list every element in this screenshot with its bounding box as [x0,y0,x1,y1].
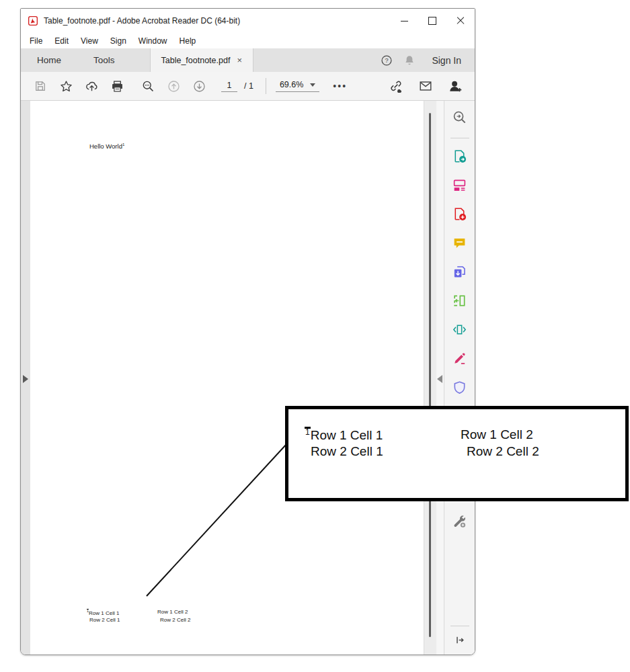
search-tool-icon [452,110,467,125]
page-total-label: / 1 [244,81,253,91]
open-tools-pane-button[interactable] [450,632,470,648]
menu-bar: File Edit View Sign Window Help [21,33,475,48]
tab-document[interactable]: Table_footnote.pdf × [150,48,253,72]
tab-document-label: Table_footnote.pdf [161,56,231,65]
help-icon: ? [380,54,393,67]
scrollbar-thumb[interactable] [429,113,431,637]
notifications-button[interactable] [399,50,420,71]
svg-text:?: ? [385,57,389,64]
maximize-icon [428,17,436,25]
share-upload-icon [85,79,99,93]
toolbar-divider [266,78,266,94]
send-mail-button[interactable] [413,75,438,97]
request-signatures-button[interactable] [442,75,468,97]
export-pdf-icon [452,149,467,164]
find-button[interactable] [135,75,161,97]
search-tool-button[interactable] [450,109,470,125]
table-cell: Row 2 Cell 2 [160,617,190,624]
left-pane-rail [21,101,30,655]
star-icon [59,79,73,93]
comment-button[interactable] [450,235,470,251]
fill-sign-icon [452,351,467,366]
callout-cell: Row 2 Cell 2 [467,444,539,460]
window-title: Table_footnote.pdf - Adobe Acrobat Reade… [44,16,240,26]
menu-sign[interactable]: Sign [104,36,132,46]
save-button[interactable] [28,75,53,97]
collapse-right-pane-icon[interactable] [437,375,442,383]
menu-edit[interactable]: Edit [48,36,75,46]
menu-help[interactable]: Help [173,36,202,46]
callout-cell: Row 2 Cell 1 [311,444,383,458]
print-icon [110,79,124,93]
next-page-button[interactable] [186,75,212,97]
sign-in-button[interactable]: Sign In [422,55,467,66]
chevron-down-icon [310,83,315,87]
combine-files-button[interactable] [450,263,470,280]
scan-ocr-button[interactable] [450,292,470,308]
close-icon [457,17,465,25]
tabbar-right: ? Sign In [377,48,475,72]
menu-file[interactable]: File [24,36,48,46]
footnote-marker: 1 [305,427,311,436]
expand-pane-icon [452,633,467,647]
page-table: 1Row 1 Cell 1 Row 1 Cell 2 Row 2 Cell 1 … [87,609,190,623]
menu-view[interactable]: View [75,36,104,46]
sidebar-divider [450,626,469,626]
create-pdf-icon [452,206,467,222]
tab-bar: Home Tools Table_footnote.pdf × ? Sign I… [21,48,475,72]
fill-sign-button[interactable] [450,350,470,366]
magnified-table-callout: 1Row 1 Cell 1 Row 1 Cell 2 Row 2 Cell 1 … [285,406,629,501]
previous-page-button[interactable] [161,75,186,97]
mail-icon [418,79,433,93]
acrobat-window: Table_footnote.pdf - Adobe Acrobat Reade… [20,8,475,655]
add-person-icon [448,79,463,93]
maximize-button[interactable] [418,9,446,33]
help-button[interactable]: ? [377,50,397,71]
vertical-scrollbar [424,101,436,655]
print-button[interactable] [104,75,130,97]
screenshot-canvas: Table_footnote.pdf - Adobe Acrobat Reade… [0,0,630,672]
tab-tools[interactable]: Tools [77,48,131,72]
protect-pdf-button[interactable] [450,379,470,395]
callout-cell: Row 1 Cell 1 [311,428,383,442]
close-button[interactable] [446,9,475,33]
tab-close-icon[interactable]: × [237,55,242,65]
quick-toolbar: 1 / 1 69.6% ••• [21,72,475,101]
table-cell: Row 1 Cell 1 [89,610,119,616]
add-tools-button[interactable] [450,513,470,529]
comment-icon [452,235,467,251]
right-pane-rail [436,101,444,655]
title-bar: Table_footnote.pdf - Adobe Acrobat Reade… [21,9,475,33]
adobe-reader-icon [28,15,38,26]
organize-pages-button[interactable] [450,177,470,193]
window-controls [390,9,475,33]
menu-window[interactable]: Window [132,36,173,46]
protect-pdf-icon [452,380,467,395]
compress-pdf-icon [452,322,467,337]
footnote-ref: 1 [122,142,124,146]
scan-ocr-icon [452,293,467,308]
callout-row: 1Row 1 Cell 1 Row 1 Cell 2 [305,427,625,444]
toolbar-right [383,75,468,97]
compress-pdf-button[interactable] [450,321,470,337]
save-icon [34,79,47,93]
export-pdf-button[interactable] [450,148,470,164]
callout-row: Row 2 Cell 1 Row 2 Cell 2 [305,444,625,460]
expand-left-pane-icon[interactable] [23,375,28,383]
bell-icon [403,54,416,67]
tab-home[interactable]: Home [21,48,77,72]
page-number-input[interactable]: 1 [221,81,237,92]
page-up-icon [167,79,181,93]
share-upload-button[interactable] [79,75,104,97]
create-pdf-button[interactable] [450,206,470,222]
share-link-button[interactable] [383,75,409,97]
favorite-button[interactable] [53,75,79,97]
organize-pages-icon [452,177,467,193]
zoom-dropdown[interactable]: 69.6% [276,80,319,92]
table-row: 1Row 1 Cell 1 Row 1 Cell 2 [87,609,190,617]
more-tools-overflow-button[interactable]: ••• [333,81,347,91]
minimize-button[interactable] [390,9,418,33]
page-heading: Hello World1 [89,142,124,150]
zoom-level-value: 69.6% [280,80,303,89]
minimize-icon [401,21,408,22]
